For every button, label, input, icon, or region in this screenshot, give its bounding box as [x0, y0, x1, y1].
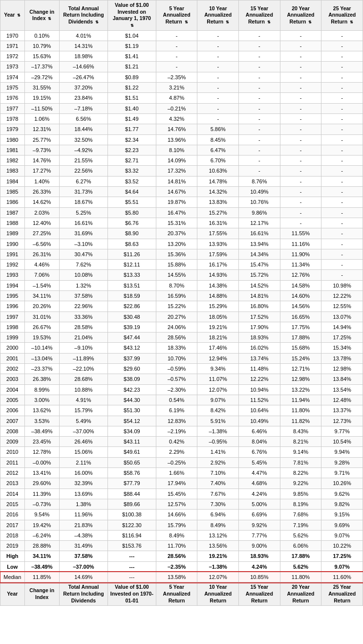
- cell-year: 1972: [0, 51, 25, 62]
- cell-15yr: 10.76%: [239, 197, 280, 207]
- cell-10yr: 12.94%: [197, 353, 239, 363]
- cell-5yr: –2.19%: [156, 426, 197, 436]
- cell-10yr: 16.17%: [197, 260, 239, 270]
- cell-total: –26.47%: [59, 72, 107, 82]
- cell-total: 1.32%: [59, 280, 107, 290]
- table-row: 20073.53%5.49%$54.1212.83%5.91%10.49%11.…: [0, 416, 363, 426]
- col-header-total[interactable]: Total Annual Return Including Dividends …: [59, 0, 107, 31]
- cell-year: Low: [0, 561, 25, 572]
- sort-icon-change[interactable]: ⇅: [48, 17, 51, 21]
- footer-col-year: Year: [0, 582, 25, 606]
- cell-value: $2.34: [107, 134, 156, 145]
- cell-20yr: 9.14%: [280, 447, 321, 457]
- cell-15yr: 11.48%: [239, 364, 280, 374]
- sort-icon-year[interactable]: ⇅: [17, 13, 21, 18]
- cell-value: $43.11: [107, 437, 156, 447]
- cell-value: ---: [107, 561, 156, 572]
- cell-total: 1.38%: [59, 499, 107, 509]
- cell-15yr: -: [239, 72, 280, 82]
- cell-20yr: 17.75%: [280, 322, 321, 332]
- cell-total: –11.89%: [59, 353, 107, 363]
- sort-icon-total[interactable]: ⇅: [95, 20, 99, 24]
- cell-total: 33.36%: [59, 311, 107, 322]
- cell-year: 1993: [0, 270, 25, 280]
- col-header-change[interactable]: Change in Index ⇅: [24, 0, 59, 31]
- cell-value: $1.22: [107, 83, 156, 93]
- col-header-year[interactable]: Year ⇅: [0, 0, 25, 31]
- cell-25yr: -: [321, 41, 363, 51]
- cell-total: 21.04%: [59, 333, 107, 343]
- cell-change: 1.40%: [24, 176, 59, 186]
- cell-change: 14.76%: [24, 155, 59, 166]
- cell-25yr: -: [321, 103, 363, 113]
- cell-20yr: 13.22%: [280, 384, 321, 395]
- col-header-20yr[interactable]: 20 Year Annualized Return ⇅: [280, 0, 321, 31]
- cell-25yr: -: [321, 249, 363, 259]
- col-header-value[interactable]: Value of $1.00 Invested on January 1, 19…: [107, 0, 156, 31]
- cell-5yr: 14.66%: [156, 510, 197, 520]
- cell-5yr: 13.20%: [156, 239, 197, 249]
- col-header-10yr[interactable]: 10 Year Annualized Return ⇅: [197, 0, 239, 31]
- cell-20yr: 7.19%: [280, 520, 321, 530]
- cell-5yr: –2.30%: [156, 384, 197, 395]
- cell-total: 4.91%: [59, 395, 107, 405]
- cell-25yr: -: [321, 72, 363, 82]
- cell-year: 1994: [0, 280, 25, 290]
- sort-icon-25yr[interactable]: ⇅: [350, 20, 353, 24]
- cell-15yr: 4.68%: [239, 478, 280, 489]
- cell-change: 7.06%: [24, 270, 59, 280]
- sort-icon-5yr[interactable]: ⇅: [185, 20, 188, 24]
- sort-icon-20yr[interactable]: ⇅: [308, 20, 312, 24]
- cell-25yr: -: [321, 124, 363, 134]
- footer-col-change: Change in Index: [24, 582, 59, 606]
- table-row: 197912.31%18.44%$1.7714.76%5.86%---: [0, 124, 363, 134]
- cell-20yr: 14.58%: [280, 280, 321, 290]
- cell-25yr: 9.07%: [321, 530, 363, 540]
- cell-5yr: 28.56%: [156, 551, 197, 561]
- cell-20yr: 12.71%: [280, 364, 321, 374]
- cell-15yr: 4.47%: [239, 468, 280, 478]
- cell-5yr: 18.33%: [156, 343, 197, 353]
- cell-value: $18.59: [107, 290, 156, 301]
- cell-20yr: -: [280, 103, 321, 113]
- footer-col-total: Total Annual Return Including Dividends: [59, 582, 107, 606]
- cell-year: 2010: [0, 447, 25, 457]
- table-row: 1977–11.50%–7.18%$1.40–0.21%----: [0, 103, 363, 113]
- table-row: 19924.46%7.62%$12.1115.88%16.17%15.47%11…: [0, 260, 363, 270]
- sort-icon-value[interactable]: ⇅: [130, 23, 134, 28]
- cell-year: 2001: [0, 353, 25, 363]
- cell-5yr: 14.81%: [156, 176, 197, 186]
- cell-20yr: -: [280, 166, 321, 176]
- cell-15yr: -: [239, 51, 280, 62]
- cell-25yr: -: [321, 51, 363, 62]
- cell-10yr: 19.21%: [197, 322, 239, 332]
- cell-5yr: –0.57%: [156, 374, 197, 384]
- cell-10yr: 6.70%: [197, 155, 239, 166]
- table-row: 2001–13.04%–11.89%$37.9910.70%12.94%13.7…: [0, 353, 363, 363]
- cell-total: 21.83%: [59, 520, 107, 530]
- sort-icon-10yr[interactable]: ⇅: [226, 20, 229, 24]
- col-header-5yr[interactable]: 5 Year Annualized Return ⇅: [156, 0, 197, 31]
- cell-20yr: 15.68%: [280, 343, 321, 353]
- cell-year: 2016: [0, 510, 25, 520]
- col-header-15yr[interactable]: 15 Year Annualized Return ⇅: [239, 0, 280, 31]
- table-row: 19872.03%5.25%$5.8016.47%15.27%9.86%--: [0, 207, 363, 218]
- cell-year: 2005: [0, 395, 25, 405]
- table-row: 199126.31%30.47%$11.2615.36%17.59%14.34%…: [0, 249, 363, 259]
- cell-15yr: 18.93%: [239, 333, 280, 343]
- table-row: 2008–38.49%–37.00%$34.09–2.19%–1.38%6.46…: [0, 426, 363, 436]
- cell-value: $89.66: [107, 499, 156, 509]
- footer-col-10yr: 10 Year Annualized Return: [197, 582, 239, 606]
- table-row: 198214.76%21.55%$2.7114.09%6.70%---: [0, 155, 363, 166]
- cell-year: 1980: [0, 134, 25, 145]
- cell-20yr: -: [280, 187, 321, 197]
- cell-15yr: -: [239, 124, 280, 134]
- cell-5yr: 14.67%: [156, 187, 197, 197]
- sort-icon-15yr[interactable]: ⇅: [267, 20, 271, 24]
- cell-25yr: -: [321, 145, 363, 155]
- col-header-25yr[interactable]: 25 Year Annualized Return ⇅: [321, 0, 363, 31]
- cell-25yr: 13.78%: [321, 353, 363, 363]
- cell-10yr: 8.45%: [197, 134, 239, 145]
- cell-year: 2009: [0, 437, 25, 447]
- cell-25yr: -: [321, 62, 363, 72]
